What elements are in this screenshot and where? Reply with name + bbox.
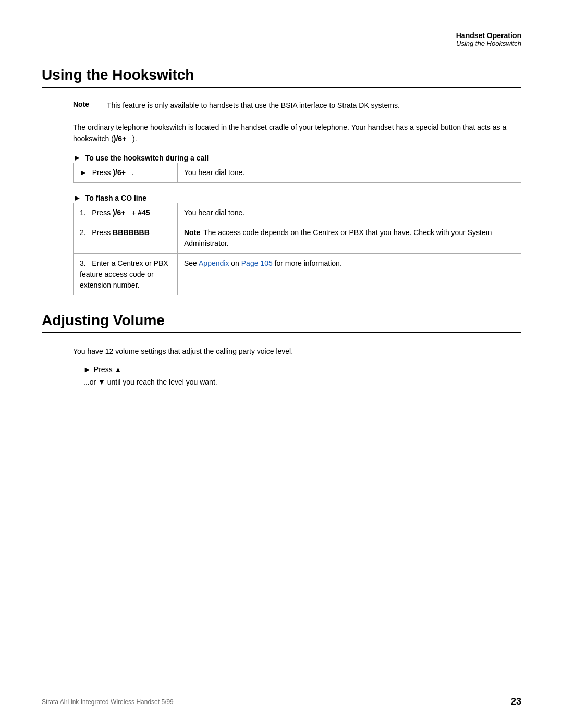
press-label: Press xyxy=(94,365,115,374)
section-hookswitch: Using the Hookswitch Note This feature i… xyxy=(42,67,521,295)
arrow-icon-1: ► xyxy=(73,153,81,163)
or-row: ...or ▼ until you reach the level you wa… xyxy=(83,378,521,386)
appendix-link[interactable]: Appendix xyxy=(199,259,229,267)
press-row: ► Press ▲ xyxy=(83,365,521,374)
body-para-volume: You have 12 volume settings that adjust … xyxy=(73,346,521,357)
header-title: Handset Operation xyxy=(456,31,521,40)
result-1-cell: You hear dial tone. xyxy=(178,203,521,223)
section-title-hookswitch: Using the Hookswitch xyxy=(42,67,521,88)
page-header: Handset Operation Using the Hookswitch xyxy=(42,31,521,51)
step-cell: ► Press )/6+ . xyxy=(74,163,178,182)
step-1-cell: 1. Press )/6+ + #45 xyxy=(74,203,178,223)
table-hookswitch-during-call: ► Press )/6+ . You hear dial tone. xyxy=(73,163,521,183)
page-footer: Strata AirLink Integrated Wireless Hands… xyxy=(42,692,521,707)
sub-heading-2-text: To flash a CO line xyxy=(85,194,146,202)
body-para-hookswitch: The ordinary telephone hookswitch is loc… xyxy=(73,121,521,145)
table-row: ► Press )/6+ . You hear dial tone. xyxy=(74,163,521,182)
note-inner-label: Note xyxy=(184,228,200,237)
page: Handset Operation Using the Hookswitch U… xyxy=(0,0,563,728)
note-text: This feature is only available to handse… xyxy=(107,100,400,111)
step-2-cell: 2. Press BBBBBBB xyxy=(74,223,178,253)
result-2-cell: NoteThe access code depends on the Centr… xyxy=(178,223,521,253)
note-block: Note This feature is only available to h… xyxy=(73,100,521,111)
arrow-tri-icon-volume: ► xyxy=(83,365,91,374)
arrow-tri-icon: ► xyxy=(80,168,87,177)
sub-heading-1: ► To use the hookswitch during a call xyxy=(73,153,521,163)
header-right: Handset Operation Using the Hookswitch xyxy=(456,31,521,47)
sub-heading-1-text: To use the hookswitch during a call xyxy=(85,154,209,162)
table-flash-co-line: 1. Press )/6+ + #45 You hear dial tone. … xyxy=(73,203,521,295)
table-row: 2. Press BBBBBBB NoteThe access code dep… xyxy=(74,223,521,253)
sub-heading-2: ► To flash a CO line xyxy=(73,193,521,203)
section-title-volume: Adjusting Volume xyxy=(42,312,521,333)
up-arrow-icon: ▲ xyxy=(115,365,122,374)
page-link[interactable]: Page 105 xyxy=(241,259,273,267)
arrow-icon-2: ► xyxy=(73,193,81,203)
footer-left: Strata AirLink Integrated Wireless Hands… xyxy=(42,698,174,706)
page-number: 23 xyxy=(511,696,521,707)
result-cell: You hear dial tone. xyxy=(178,163,521,182)
table-row: 3. Enter a Centrex or PBX feature access… xyxy=(74,253,521,295)
or-text: ...or ▼ until you reach the level you wa… xyxy=(83,378,217,386)
table-row: 1. Press )/6+ + #45 You hear dial tone. xyxy=(74,203,521,223)
step-3-cell: 3. Enter a Centrex or PBX feature access… xyxy=(74,253,178,295)
result-3-cell: See Appendix on Page 105 for more inform… xyxy=(178,253,521,295)
note-label: Note xyxy=(73,100,102,111)
header-subtitle: Using the Hookswitch xyxy=(456,40,521,47)
section-volume: Adjusting Volume You have 12 volume sett… xyxy=(42,312,521,386)
